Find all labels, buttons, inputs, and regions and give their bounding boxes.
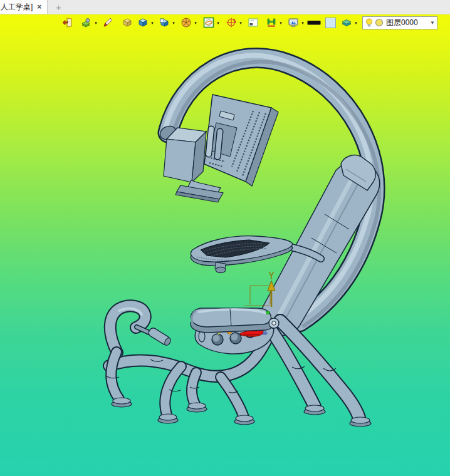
render-sheets-dropdown[interactable]: ▼ [93,16,99,29]
combo-dropdown-icon[interactable]: ▼ [430,20,435,26]
segment-wheel-icon [181,17,192,28]
dimension-icon [266,17,277,28]
display-monitor-dropdown[interactable]: ▼ [300,16,306,29]
tab-active-document[interactable]: 人工学桌] × [0,0,48,14]
segment-wheel-button[interactable] [180,16,192,29]
rotate-crosshair-button[interactable] [225,16,238,29]
line-width-button[interactable] [307,16,321,29]
solid-box-icon [122,17,133,28]
rotate-crosshair-icon [226,17,237,28]
seat-cushion [191,308,279,333]
viewport-icon [248,17,259,28]
axis-y-label: Y [268,271,274,282]
tab-close-icon[interactable]: × [37,3,41,11]
layer-select-combo[interactable]: 图层0000 ▼ [362,16,437,29]
rotate-crosshair-dropdown[interactable]: ▼ [238,16,244,29]
exit-door-button[interactable] [61,16,74,29]
sketch-pen-icon [102,17,113,28]
solid-box-button[interactable] [121,16,133,29]
viewport-button[interactable] [247,16,259,29]
render-sheets-button[interactable] [80,16,93,29]
tab-label: 人工学桌] [1,2,33,13]
color-swatch-icon [325,18,336,28]
vertex-highlight [266,311,269,314]
new-tab-button[interactable]: + [48,0,69,14]
display-monitor-icon [288,17,299,28]
layers-icon [341,17,352,28]
view-cube-button[interactable] [137,16,149,29]
hand-controller [147,327,172,347]
display-monitor-button[interactable] [287,16,300,29]
layer-color-icon [375,18,384,27]
document-tab-bar: 人工学桌] × + [0,0,450,14]
sphere-frame-button[interactable] [202,16,215,29]
current-color-button[interactable] [325,16,336,29]
layer-name-label: 图层0000 [386,18,430,28]
quick-toolbar: ▼ ▼ [61,16,437,29]
layers-button[interactable] [340,16,353,29]
cube-face-dropdown[interactable]: ▼ [170,16,177,29]
view-cube-icon [137,17,149,28]
dimension-button[interactable] [265,16,278,29]
cad-application-window: Y 人工学桌] × + ▼ [0,0,450,476]
lightbulb-icon [365,18,373,28]
line-width-icon [307,17,321,28]
sketch-pen-button[interactable] [102,16,114,29]
segment-wheel-dropdown[interactable]: ▼ [192,16,199,29]
render-sheets-icon [81,17,92,28]
cube-face-icon [159,17,170,28]
layers-dropdown[interactable]: ▼ [353,16,359,29]
cube-face-button[interactable] [158,16,170,29]
dimension-dropdown[interactable]: ▼ [278,16,284,29]
view-cube-dropdown[interactable]: ▼ [149,16,155,29]
exit-door-icon [62,17,73,28]
model-viewport[interactable]: Y [0,0,450,476]
sphere-frame-dropdown[interactable]: ▼ [215,16,221,29]
chair-3d-model: Y [0,0,450,476]
sphere-frame-icon [203,17,214,28]
